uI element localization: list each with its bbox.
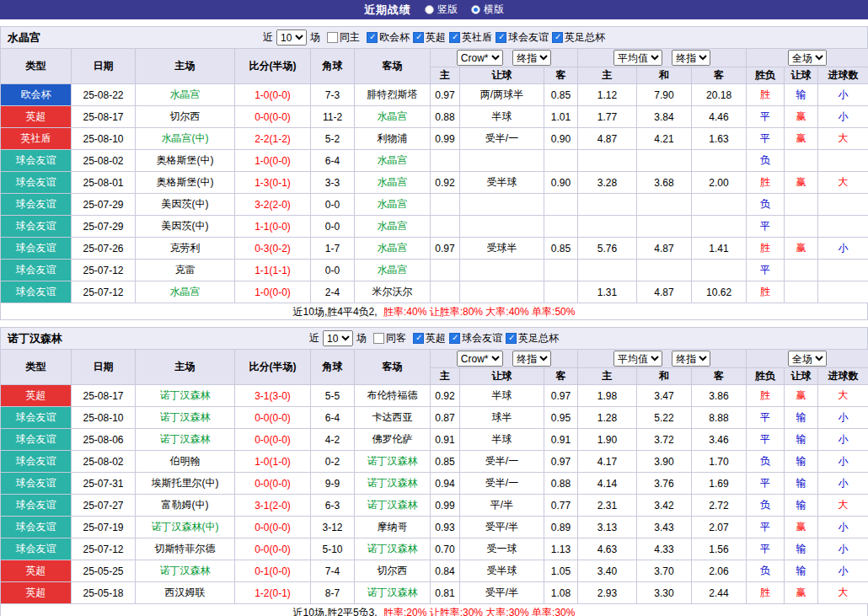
radio-vertical-icon[interactable] (425, 5, 434, 14)
away-team[interactable]: 诺丁汉森林 (355, 451, 431, 473)
home-team[interactable]: 克雷 (136, 260, 235, 281)
home-team[interactable]: 诺丁汉森林 (136, 385, 235, 407)
match-score[interactable]: 0-0(0-0) (235, 429, 311, 451)
match-score[interactable]: 3-1(2-0) (235, 495, 311, 517)
match-score[interactable]: 1-0(0-0) (235, 84, 311, 106)
away-team[interactable]: 水晶宫 (355, 106, 431, 128)
home-team[interactable]: 水晶宫(中) (136, 128, 235, 150)
checkbox-checked-icon[interactable] (496, 32, 506, 43)
checkbox-checked-icon[interactable] (552, 32, 563, 43)
away-team[interactable]: 水晶宫 (355, 172, 431, 194)
match-score[interactable]: 3-2(2-0) (235, 194, 311, 216)
away-team[interactable]: 水晶宫 (355, 260, 431, 281)
checkbox-unchecked-icon[interactable] (373, 333, 384, 344)
eu-final-select[interactable]: 终指 (672, 50, 710, 66)
away-team[interactable]: 水晶宫 (355, 150, 431, 172)
away-team[interactable]: 摩纳哥 (355, 517, 431, 538)
checkbox-checked-icon[interactable] (449, 32, 460, 43)
away-team[interactable]: 腓特烈斯塔 (355, 84, 431, 106)
same-venue-filter[interactable]: 同客 (373, 331, 406, 345)
away-team[interactable]: 佛罗伦萨 (355, 429, 431, 451)
away-team[interactable]: 利物浦 (355, 128, 431, 150)
eu-average-select[interactable]: 平均值 (613, 50, 662, 66)
away-team[interactable]: 水晶宫 (355, 216, 431, 238)
match-score[interactable]: 0-0(0-0) (235, 517, 311, 538)
home-team[interactable]: 诺丁汉森林 (136, 560, 235, 582)
match-score[interactable]: 1-1(0-0) (235, 216, 311, 238)
layout-mode-vertical[interactable]: 竖版 (425, 3, 458, 17)
away-team[interactable]: 切尔西 (355, 560, 431, 582)
match-score[interactable]: 1-1(1-1) (235, 260, 311, 281)
match-score[interactable]: 0-3(0-2) (235, 238, 311, 260)
away-team[interactable]: 诺丁汉森林 (355, 473, 431, 495)
match-score[interactable]: 3-1(3-0) (235, 385, 311, 407)
home-team[interactable]: 美因茨(中) (136, 216, 235, 238)
away-team[interactable]: 水晶宫 (355, 194, 431, 216)
fulltime-select[interactable]: 全场 (788, 50, 827, 66)
home-team[interactable]: 克劳利 (136, 238, 235, 260)
league-filter[interactable]: 英社盾 (449, 30, 492, 45)
away-team[interactable]: 诺丁汉森林 (355, 495, 431, 517)
league-filter[interactable]: 英超 (413, 331, 446, 345)
ah-final-select[interactable]: 终指 (512, 351, 551, 367)
match-score[interactable]: 1-0(1-0) (235, 451, 311, 473)
league-filter[interactable]: 英足总杯 (552, 30, 605, 45)
home-team[interactable]: 富勒姆(中) (136, 495, 235, 517)
goals-result (818, 150, 868, 172)
checkbox-checked-icon[interactable] (413, 333, 424, 344)
ah-final-select[interactable]: 终指 (512, 50, 551, 66)
league-filter[interactable]: 球会友谊 (496, 30, 549, 45)
ah-line (460, 281, 544, 303)
match-count-select[interactable]: 10 (276, 29, 307, 46)
bookmaker-select[interactable]: Crow* (457, 50, 503, 66)
home-team[interactable]: 切尔西 (136, 106, 235, 128)
match-date: 25-05-18 (72, 582, 136, 604)
layout-mode-horizontal[interactable]: 横版 (471, 3, 504, 17)
eu-average-select[interactable]: 平均值 (613, 351, 662, 367)
home-team[interactable]: 水晶宫 (136, 84, 235, 106)
home-team[interactable]: 埃斯托里尔(中) (136, 473, 235, 495)
match-score[interactable]: 1-0(0-0) (235, 281, 311, 303)
match-count-select[interactable]: 10 (323, 330, 353, 346)
match-score[interactable]: 1-0(0-0) (235, 150, 311, 172)
eu-final-select[interactable]: 终指 (672, 351, 710, 367)
home-team[interactable]: 奥格斯堡(中) (136, 172, 235, 194)
home-team[interactable]: 水晶宫 (136, 281, 235, 303)
match-score[interactable]: 0-0(0-0) (235, 106, 311, 128)
home-team[interactable]: 美因茨(中) (136, 194, 235, 216)
fulltime-select[interactable]: 全场 (788, 351, 827, 367)
same-venue-filter[interactable]: 同主 (327, 30, 360, 45)
league-filter[interactable]: 英超 (413, 30, 446, 45)
home-team[interactable]: 切斯特菲尔德 (136, 538, 235, 560)
home-team[interactable]: 西汉姆联 (136, 582, 235, 604)
match-row: 英超25-05-18西汉姆联1-2(0-1)8-7诺丁汉森林0.81受平/半1.… (1, 582, 868, 604)
home-team[interactable]: 诺丁汉森林 (136, 429, 235, 451)
checkbox-checked-icon[interactable] (413, 32, 424, 43)
checkbox-checked-icon[interactable] (449, 333, 460, 344)
match-score[interactable]: 1-3(0-1) (235, 172, 311, 194)
match-score[interactable]: 0-1(0-0) (235, 560, 311, 582)
away-team[interactable]: 诺丁汉森林 (355, 538, 431, 560)
league-filter[interactable]: 欧会杯 (367, 30, 410, 45)
home-team[interactable]: 伯明翰 (136, 451, 235, 473)
home-team[interactable]: 诺丁汉森林 (136, 407, 235, 429)
match-score[interactable]: 2-2(1-2) (235, 128, 311, 150)
home-team[interactable]: 诺丁汉森林(中) (136, 517, 235, 538)
home-team[interactable]: 奥格斯堡(中) (136, 150, 235, 172)
match-score[interactable]: 0-0(0-0) (235, 407, 311, 429)
away-team[interactable]: 米尔沃尔 (355, 281, 431, 303)
match-score[interactable]: 1-2(0-1) (235, 582, 311, 604)
away-team[interactable]: 卡达西亚 (355, 407, 431, 429)
match-score[interactable]: 0-0(0-0) (235, 473, 311, 495)
away-team[interactable]: 诺丁汉森林 (355, 582, 431, 604)
away-team[interactable]: 水晶宫 (355, 238, 431, 260)
checkbox-unchecked-icon[interactable] (327, 32, 338, 43)
radio-horizontal-icon[interactable] (471, 5, 480, 14)
league-filter[interactable]: 英足总杯 (506, 331, 559, 345)
league-filter[interactable]: 球会友谊 (449, 331, 502, 345)
match-score[interactable]: 0-0(0-0) (235, 538, 311, 560)
away-team[interactable]: 布伦特福德 (355, 385, 431, 407)
checkbox-checked-icon[interactable] (506, 333, 517, 344)
checkbox-checked-icon[interactable] (367, 32, 378, 43)
bookmaker-select[interactable]: Crow* (457, 351, 503, 367)
